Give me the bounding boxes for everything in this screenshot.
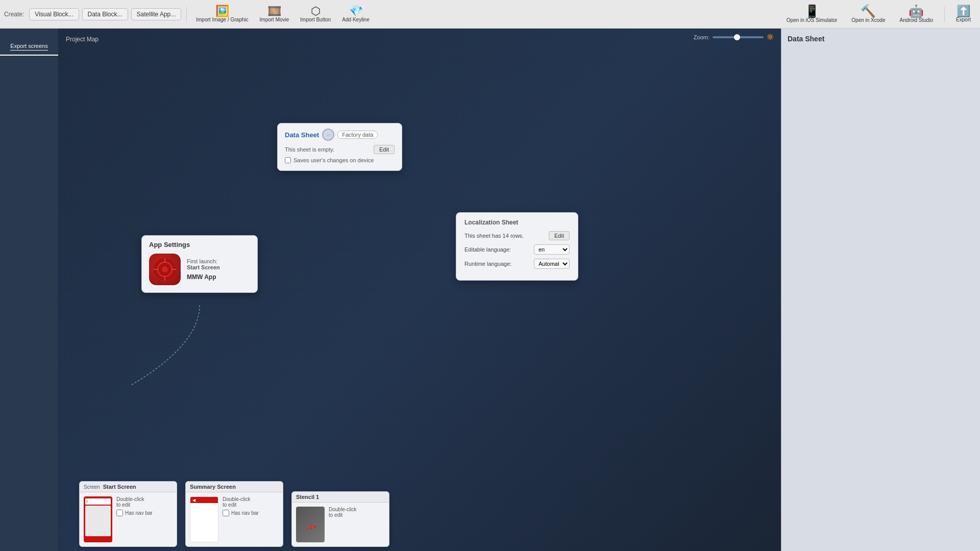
data-sheet-body-text: This sheet is empty. [285, 146, 334, 153]
import-image-button[interactable]: 🖼️ Import Image / Graphic [192, 5, 252, 23]
runtime-language-select[interactable]: Automaticendefr [534, 259, 570, 269]
data-sheet-badge: Factory data [337, 131, 378, 139]
start-screen-dblclick: Double-clickto edit [116, 496, 153, 508]
summary-screen-thumb: ◀ [190, 496, 218, 542]
stencil1-thumb: 🏎️ [296, 507, 325, 542]
svg-point-2 [162, 266, 168, 272]
stencil1-info: Double-clickto edit [329, 507, 356, 542]
toolbar: Create: Visual Block... Data Block... Sa… [0, 0, 980, 29]
toolbar-divider-2 [944, 7, 945, 22]
zoom-label: Zoom: [694, 34, 709, 40]
stencil1-name: Stencil 1 [296, 494, 319, 500]
start-screen-card: Screen Start Screen ≡ Double-clickto edi… [79, 481, 177, 547]
right-panel-title: Data Sheet [788, 35, 974, 43]
runtime-language-label: Runtime language: [464, 261, 534, 267]
app-settings-title: App Settings [149, 241, 250, 248]
open-ios-label: Open in iOS Simulator [787, 17, 838, 23]
first-launch-text: First launch: Start Screen [187, 258, 220, 270]
localization-edit-button[interactable]: Edit [549, 231, 570, 240]
stencil1-card: Stencil 1 🏎️ Double-clickto edit [291, 491, 389, 547]
first-launch-value: Start Screen [187, 264, 220, 270]
summary-screen-card: Summary Screen ◀ Double-clickto edit Has… [185, 481, 283, 547]
visual-block-button[interactable]: Visual Block... [29, 8, 79, 20]
zoom-slider[interactable] [713, 36, 764, 38]
import-button-label: Import Button [300, 17, 331, 22]
toolbar-right: 📱 Open in iOS Simulator 🔨 Open in Xcode … [781, 4, 976, 24]
import-button-button[interactable]: ⬡ Import Button [296, 5, 335, 23]
open-ios-button[interactable]: 📱 Open in iOS Simulator [781, 4, 843, 24]
open-xcode-button[interactable]: 🔨 Open in Xcode [846, 4, 890, 24]
screens-row: Screen Start Screen ≡ Double-clickto edi… [79, 481, 389, 547]
export-icon: ⬆️ [957, 6, 970, 17]
first-launch-label: First launch: [187, 258, 217, 264]
editable-language-select[interactable]: endefres [534, 244, 570, 255]
localization-rows-text: This sheet has 14 rows. [464, 233, 549, 239]
summary-screen-header: Summary Screen [186, 482, 283, 492]
start-screen-navbar-checkbox[interactable] [116, 510, 123, 516]
data-sheet-header: Data Sheet ○ Factory data [285, 129, 395, 141]
start-screen-thumb: ≡ [84, 496, 112, 542]
import-movie-label: Import Movie [260, 17, 289, 22]
add-keyline-label: Add Keyline [342, 17, 369, 22]
app-settings-card: App Settings [141, 235, 258, 293]
canvas-title: Project Map [66, 36, 99, 43]
export-button[interactable]: ⬆️ Export [951, 5, 976, 23]
add-keyline-button[interactable]: 💎 Add Keyline [338, 5, 373, 23]
project-map-canvas[interactable]: Project Map Zoom: 🔆 Data Sheet ○ Factory… [59, 29, 781, 551]
summary-screen-navbar-label: Has nav bar [231, 510, 259, 516]
main-layout: Export screens Project Map Zoom: 🔆 Data … [0, 29, 980, 551]
data-sheet-circle[interactable]: ○ [322, 129, 334, 141]
runtime-language-row: Runtime language: Automaticendefr [464, 259, 570, 269]
summary-screen-navbar-checkbox[interactable] [223, 510, 229, 516]
app-settings-body: First launch: Start Screen MMW App [149, 254, 250, 285]
left-sidebar: Export screens [0, 29, 59, 551]
add-keyline-icon: 💎 [349, 6, 363, 17]
summary-screen-navbar-row: Has nav bar [223, 510, 259, 516]
start-screen-navbar-label: Has nav bar [125, 510, 153, 516]
summary-screen-info: Double-clickto edit Has nav bar [223, 496, 259, 542]
summary-screen-dblclick: Double-clickto edit [223, 496, 259, 508]
app-icon-inner [149, 254, 181, 285]
summary-screen-name: Summary Screen [190, 484, 236, 490]
xcode-icon: 🔨 [861, 5, 876, 17]
right-panel: Data Sheet [781, 29, 980, 551]
saves-user-changes-label: Saves user's changes on device [293, 157, 374, 163]
create-label: Create: [4, 11, 24, 18]
toolbar-divider-1 [186, 7, 187, 22]
stencil1-body: 🏎️ Double-clickto edit [292, 503, 389, 546]
start-screen-header: Screen Start Screen [80, 482, 177, 492]
export-screens-label: Export screens [10, 43, 47, 51]
editable-language-label: Editable language: [464, 246, 534, 253]
sidebar-item-export-screens[interactable]: Export screens [0, 39, 58, 56]
mmw-logo-svg [152, 257, 178, 282]
android-studio-label: Android Studio [899, 17, 933, 23]
android-studio-button[interactable]: 🤖 Android Studio [894, 4, 938, 24]
import-movie-button[interactable]: 🎞️ Import Movie [256, 5, 293, 23]
zoom-icon: 🔆 [767, 34, 774, 40]
data-sheet-edit-button[interactable]: Edit [374, 145, 395, 154]
start-screen-info: Double-clickto edit Has nav bar [116, 496, 153, 542]
start-screen-label: Screen [84, 484, 100, 490]
data-sheet-body: This sheet is empty. Edit Saves user's c… [285, 145, 395, 163]
start-screen-navbar-row: Has nav bar [116, 510, 153, 516]
android-icon: 🤖 [909, 5, 924, 17]
start-screen-body: ≡ Double-clickto edit Has nav bar [80, 492, 177, 546]
import-button-icon: ⬡ [311, 6, 321, 17]
localization-card: Localization Sheet This sheet has 14 row… [456, 212, 578, 281]
app-icon [149, 254, 181, 285]
app-details: First launch: Start Screen MMW App [187, 258, 220, 281]
open-xcode-label: Open in Xcode [851, 17, 885, 23]
start-screen-name: Start Screen [103, 484, 136, 490]
localization-title: Localization Sheet [464, 219, 570, 226]
stencil1-dblclick: Double-clickto edit [329, 507, 356, 518]
summary-screen-body: ◀ Double-clickto edit Has nav bar [186, 492, 283, 546]
import-image-icon: 🖼️ [215, 6, 229, 17]
saves-user-changes-checkbox[interactable] [285, 157, 291, 163]
zoom-bar: Zoom: 🔆 [694, 34, 774, 40]
localization-rows-row: This sheet has 14 rows. Edit [464, 231, 570, 240]
data-block-button[interactable]: Data Block... [82, 8, 128, 20]
data-sheet-title: Data Sheet [285, 131, 319, 139]
import-image-label: Import Image / Graphic [196, 17, 248, 22]
satellite-app-button[interactable]: Satellite App... [131, 8, 182, 20]
data-sheet-checkbox-row: Saves user's changes on device [285, 157, 395, 163]
